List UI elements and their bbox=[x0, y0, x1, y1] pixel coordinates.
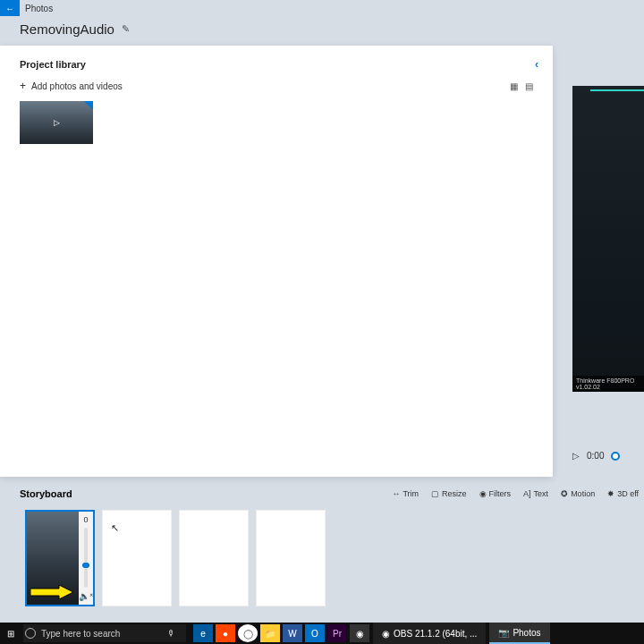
storyboard-clip[interactable]: 0 🔈ˣ bbox=[25, 510, 95, 606]
premiere-icon[interactable]: Pr bbox=[327, 624, 347, 642]
project-library-panel: Project library ‹ + Add photos and video… bbox=[0, 46, 553, 477]
word-icon[interactable]: W bbox=[283, 624, 302, 642]
annotation-arrow-icon bbox=[30, 585, 73, 599]
storyboard-empty-slot[interactable] bbox=[179, 510, 249, 606]
storyboard-empty-slot[interactable] bbox=[256, 510, 326, 606]
edit-title-icon[interactable]: ✎ bbox=[122, 23, 130, 35]
project-title: RemovingAudio bbox=[20, 21, 114, 37]
library-header: Project library ‹ bbox=[0, 46, 553, 74]
add-media-label: Add photos and videos bbox=[31, 81, 123, 91]
reddit-icon[interactable]: ● bbox=[216, 624, 235, 642]
mute-icon[interactable]: 🔈ˣ bbox=[79, 591, 93, 601]
play-button[interactable]: ▷ bbox=[572, 451, 580, 461]
obs-mini-icon: ◉ bbox=[382, 629, 390, 639]
taskbar-app-obs[interactable]: ◉ OBS 21.1.2 (64bit, ... bbox=[373, 623, 486, 644]
taskbar-search[interactable]: Type here to search 🎙 bbox=[23, 624, 186, 642]
collapse-library-icon[interactable]: ‹ bbox=[535, 58, 538, 71]
titlebar: ← Photos bbox=[0, 0, 644, 16]
library-thumbnail[interactable]: ▷ bbox=[20, 101, 93, 144]
volume-track[interactable] bbox=[84, 528, 88, 588]
storyboard-tools: ↔ Trim ▢ Resize ◉ Filters A] Text ✪ Moti… bbox=[392, 489, 644, 498]
storyboard-row: 0 🔈ˣ bbox=[25, 510, 326, 606]
obs-icon[interactable]: ◉ bbox=[350, 624, 369, 642]
taskbar: ⊞ Type here to search 🎙 e ● ◯ 📁 W O Pr ◉… bbox=[0, 623, 644, 644]
3d-effects-button[interactable]: ✸ 3D eff bbox=[607, 489, 639, 498]
edge-icon[interactable]: e bbox=[193, 624, 213, 642]
mic-icon[interactable]: 🎙 bbox=[162, 629, 181, 638]
plus-icon: + bbox=[20, 80, 26, 92]
cortana-icon bbox=[25, 628, 36, 639]
add-media-button[interactable]: + Add photos and videos ▦ ▤ bbox=[0, 74, 553, 97]
volume-slider[interactable]: 0 🔈ˣ bbox=[79, 512, 93, 605]
preview-watermark: Thinkware F800PRO v1.02.02 bbox=[572, 376, 644, 392]
resize-button[interactable]: ▢ Resize bbox=[431, 489, 467, 498]
storyboard-title: Storyboard bbox=[20, 488, 72, 499]
filters-button[interactable]: ◉ Filters bbox=[479, 489, 512, 498]
list-view-icon[interactable]: ▤ bbox=[525, 81, 533, 91]
back-button[interactable]: ← bbox=[0, 0, 20, 16]
mouse-cursor-icon: ↖ bbox=[111, 522, 119, 534]
project-header: RemovingAudio ✎ bbox=[0, 16, 644, 46]
photos-mini-icon: 📷 bbox=[498, 628, 509, 638]
trim-button[interactable]: ↔ Trim bbox=[392, 489, 419, 498]
library-title: Project library bbox=[20, 59, 86, 70]
text-button[interactable]: A] Text bbox=[523, 489, 548, 498]
search-placeholder: Type here to search bbox=[41, 629, 120, 639]
taskbar-pinned: e ● ◯ 📁 W O Pr ◉ bbox=[193, 624, 369, 642]
start-button[interactable]: ⊞ bbox=[0, 629, 21, 639]
chrome-icon[interactable]: ◯ bbox=[238, 624, 258, 642]
play-overlay-icon: ▷ bbox=[54, 118, 60, 127]
svg-marker-0 bbox=[30, 585, 73, 599]
clip-thumbnail bbox=[27, 512, 79, 605]
grid-view-icon[interactable]: ▦ bbox=[510, 81, 518, 91]
playback-controls: ▷ 0:00 bbox=[572, 451, 644, 461]
explorer-icon[interactable]: 📁 bbox=[260, 624, 280, 642]
storyboard-header: Storyboard ↔ Trim ▢ Resize ◉ Filters A] … bbox=[20, 488, 644, 499]
taskbar-app-photos[interactable]: 📷 Photos bbox=[489, 623, 549, 644]
app-name: Photos bbox=[25, 4, 53, 13]
playback-time: 0:00 bbox=[587, 451, 604, 461]
video-preview[interactable]: Thinkware F800PRO v1.02.02 bbox=[572, 86, 644, 392]
outlook-icon[interactable]: O bbox=[305, 624, 325, 642]
seek-handle[interactable] bbox=[611, 452, 620, 461]
volume-value: 0 bbox=[83, 515, 88, 524]
motion-button[interactable]: ✪ Motion bbox=[561, 489, 595, 498]
